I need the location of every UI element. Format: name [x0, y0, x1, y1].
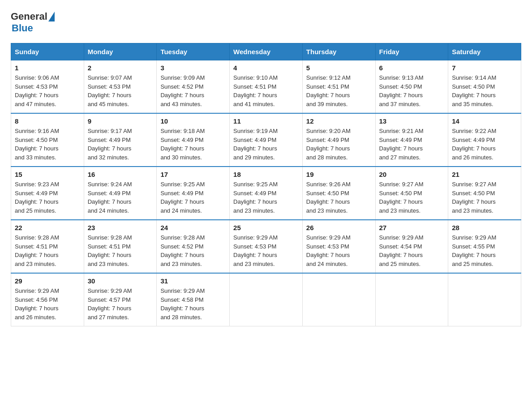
calendar-cell: 11 Sunrise: 9:19 AM Sunset: 4:49 PM Dayl…	[230, 113, 303, 167]
calendar-cell: 18 Sunrise: 9:25 AM Sunset: 4:49 PM Dayl…	[230, 167, 303, 220]
day-info: Sunrise: 9:26 AM Sunset: 4:50 PM Dayligh…	[306, 181, 351, 214]
calendar-cell: 14 Sunrise: 9:22 AM Sunset: 4:49 PM Dayl…	[448, 113, 521, 167]
day-info: Sunrise: 9:12 AM Sunset: 4:51 PM Dayligh…	[306, 74, 351, 107]
logo-blue: Blue	[12, 22, 33, 34]
day-number: 12	[306, 117, 372, 125]
day-info: Sunrise: 9:23 AM Sunset: 4:49 PM Dayligh…	[15, 181, 59, 214]
calendar-cell: 17 Sunrise: 9:25 AM Sunset: 4:49 PM Dayl…	[157, 167, 230, 220]
day-number: 2	[88, 64, 153, 72]
logo-triangle-icon	[48, 12, 55, 21]
day-info: Sunrise: 9:13 AM Sunset: 4:50 PM Dayligh…	[379, 74, 424, 107]
calendar-cell: 26 Sunrise: 9:29 AM Sunset: 4:53 PM Dayl…	[302, 220, 375, 273]
col-header-saturday: Saturday	[448, 43, 521, 60]
calendar-table: SundayMondayTuesdayWednesdayThursdayFrid…	[11, 43, 521, 326]
day-info: Sunrise: 9:28 AM Sunset: 4:52 PM Dayligh…	[160, 234, 205, 267]
calendar-cell: 29 Sunrise: 9:29 AM Sunset: 4:56 PM Dayl…	[11, 273, 84, 326]
day-info: Sunrise: 9:27 AM Sunset: 4:50 PM Dayligh…	[379, 181, 424, 214]
day-number: 30	[88, 277, 153, 285]
col-header-friday: Friday	[375, 43, 448, 60]
calendar-cell: 19 Sunrise: 9:26 AM Sunset: 4:50 PM Dayl…	[302, 167, 375, 220]
day-number: 6	[379, 64, 445, 72]
day-number: 25	[233, 224, 299, 231]
day-info: Sunrise: 9:29 AM Sunset: 4:57 PM Dayligh…	[88, 287, 132, 321]
calendar-cell	[375, 273, 448, 326]
day-info: Sunrise: 9:22 AM Sunset: 4:49 PM Dayligh…	[452, 128, 496, 161]
day-info: Sunrise: 9:24 AM Sunset: 4:49 PM Dayligh…	[88, 181, 132, 214]
day-info: Sunrise: 9:19 AM Sunset: 4:49 PM Dayligh…	[233, 128, 278, 161]
day-info: Sunrise: 9:17 AM Sunset: 4:49 PM Dayligh…	[88, 128, 132, 161]
day-number: 17	[160, 171, 226, 178]
calendar-cell: 4 Sunrise: 9:10 AM Sunset: 4:51 PM Dayli…	[230, 60, 303, 114]
calendar-week-row: 15 Sunrise: 9:23 AM Sunset: 4:49 PM Dayl…	[11, 167, 521, 220]
calendar-cell: 20 Sunrise: 9:27 AM Sunset: 4:50 PM Dayl…	[375, 167, 448, 220]
day-number: 31	[160, 277, 226, 285]
day-info: Sunrise: 9:09 AM Sunset: 4:52 PM Dayligh…	[160, 74, 205, 107]
day-number: 23	[88, 224, 153, 231]
col-header-sunday: Sunday	[11, 43, 84, 60]
calendar-cell: 2 Sunrise: 9:07 AM Sunset: 4:53 PM Dayli…	[84, 60, 157, 114]
col-header-monday: Monday	[84, 43, 157, 60]
calendar-cell: 9 Sunrise: 9:17 AM Sunset: 4:49 PM Dayli…	[84, 113, 157, 167]
day-info: Sunrise: 9:29 AM Sunset: 4:53 PM Dayligh…	[306, 234, 351, 267]
calendar-cell: 22 Sunrise: 9:28 AM Sunset: 4:51 PM Dayl…	[11, 220, 84, 273]
page-header: General Blue	[11, 11, 521, 34]
calendar-cell: 8 Sunrise: 9:16 AM Sunset: 4:50 PM Dayli…	[11, 113, 84, 167]
day-info: Sunrise: 9:28 AM Sunset: 4:51 PM Dayligh…	[15, 234, 59, 267]
col-header-wednesday: Wednesday	[230, 43, 303, 60]
calendar-cell	[302, 273, 375, 326]
day-info: Sunrise: 9:29 AM Sunset: 4:54 PM Dayligh…	[379, 234, 424, 267]
day-info: Sunrise: 9:29 AM Sunset: 4:56 PM Dayligh…	[15, 287, 59, 321]
calendar-week-row: 22 Sunrise: 9:28 AM Sunset: 4:51 PM Dayl…	[11, 220, 521, 273]
col-header-tuesday: Tuesday	[157, 43, 230, 60]
day-info: Sunrise: 9:07 AM Sunset: 4:53 PM Dayligh…	[88, 74, 132, 107]
calendar-cell: 10 Sunrise: 9:18 AM Sunset: 4:49 PM Dayl…	[157, 113, 230, 167]
calendar-cell	[448, 273, 521, 326]
day-info: Sunrise: 9:10 AM Sunset: 4:51 PM Dayligh…	[233, 74, 278, 107]
calendar-cell: 23 Sunrise: 9:28 AM Sunset: 4:51 PM Dayl…	[84, 220, 157, 273]
calendar-cell: 15 Sunrise: 9:23 AM Sunset: 4:49 PM Dayl…	[11, 167, 84, 220]
calendar-week-row: 1 Sunrise: 9:06 AM Sunset: 4:53 PM Dayli…	[11, 60, 521, 114]
day-number: 14	[452, 117, 517, 125]
calendar-cell	[230, 273, 303, 326]
day-number: 29	[15, 277, 80, 285]
day-info: Sunrise: 9:20 AM Sunset: 4:49 PM Dayligh…	[306, 128, 351, 161]
day-info: Sunrise: 9:28 AM Sunset: 4:51 PM Dayligh…	[88, 234, 132, 267]
day-number: 11	[233, 117, 299, 125]
day-info: Sunrise: 9:29 AM Sunset: 4:53 PM Dayligh…	[233, 234, 278, 267]
day-info: Sunrise: 9:21 AM Sunset: 4:49 PM Dayligh…	[379, 128, 424, 161]
calendar-cell: 1 Sunrise: 9:06 AM Sunset: 4:53 PM Dayli…	[11, 60, 84, 114]
calendar-week-row: 8 Sunrise: 9:16 AM Sunset: 4:50 PM Dayli…	[11, 113, 521, 167]
logo-text: General	[11, 11, 56, 22]
calendar-cell: 3 Sunrise: 9:09 AM Sunset: 4:52 PM Dayli…	[157, 60, 230, 114]
day-number: 9	[88, 117, 153, 125]
logo: General Blue	[11, 11, 56, 34]
day-number: 27	[379, 224, 445, 231]
calendar-cell: 13 Sunrise: 9:21 AM Sunset: 4:49 PM Dayl…	[375, 113, 448, 167]
calendar-cell: 16 Sunrise: 9:24 AM Sunset: 4:49 PM Dayl…	[84, 167, 157, 220]
day-number: 3	[160, 64, 226, 72]
calendar-cell: 24 Sunrise: 9:28 AM Sunset: 4:52 PM Dayl…	[157, 220, 230, 273]
day-number: 24	[160, 224, 226, 231]
day-number: 18	[233, 171, 299, 178]
calendar-cell: 5 Sunrise: 9:12 AM Sunset: 4:51 PM Dayli…	[302, 60, 375, 114]
calendar-cell: 27 Sunrise: 9:29 AM Sunset: 4:54 PM Dayl…	[375, 220, 448, 273]
calendar-cell: 30 Sunrise: 9:29 AM Sunset: 4:57 PM Dayl…	[84, 273, 157, 326]
calendar-cell: 31 Sunrise: 9:29 AM Sunset: 4:58 PM Dayl…	[157, 273, 230, 326]
day-info: Sunrise: 9:18 AM Sunset: 4:49 PM Dayligh…	[160, 128, 205, 161]
day-number: 28	[452, 224, 517, 231]
calendar-cell: 12 Sunrise: 9:20 AM Sunset: 4:49 PM Dayl…	[302, 113, 375, 167]
calendar-week-row: 29 Sunrise: 9:29 AM Sunset: 4:56 PM Dayl…	[11, 273, 521, 326]
day-info: Sunrise: 9:16 AM Sunset: 4:50 PM Dayligh…	[15, 128, 59, 161]
calendar-cell: 28 Sunrise: 9:29 AM Sunset: 4:55 PM Dayl…	[448, 220, 521, 273]
calendar-cell: 25 Sunrise: 9:29 AM Sunset: 4:53 PM Dayl…	[230, 220, 303, 273]
logo-general: General	[11, 11, 47, 22]
day-number: 4	[233, 64, 299, 72]
day-info: Sunrise: 9:27 AM Sunset: 4:50 PM Dayligh…	[452, 181, 496, 214]
calendar-header-row: SundayMondayTuesdayWednesdayThursdayFrid…	[11, 43, 521, 60]
day-number: 1	[15, 64, 80, 72]
day-number: 5	[306, 64, 372, 72]
day-info: Sunrise: 9:25 AM Sunset: 4:49 PM Dayligh…	[233, 181, 278, 214]
day-number: 15	[15, 171, 80, 178]
calendar-cell: 21 Sunrise: 9:27 AM Sunset: 4:50 PM Dayl…	[448, 167, 521, 220]
day-number: 13	[379, 117, 445, 125]
